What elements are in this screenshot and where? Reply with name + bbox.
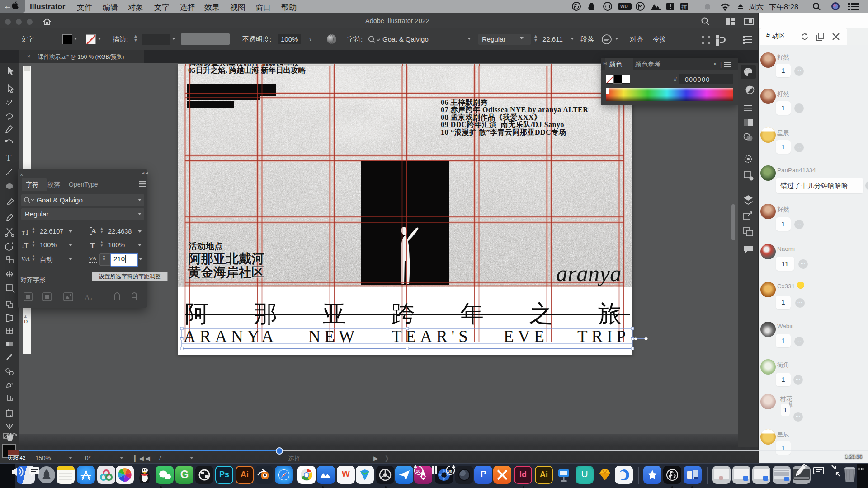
svg-text:T: T (6, 153, 11, 163)
svg-text:拼: 拼 (681, 4, 688, 10)
svg-text:A: A (91, 227, 96, 235)
svg-text:Aa: Aa (85, 294, 92, 301)
svg-text:WD: WD (620, 4, 628, 9)
